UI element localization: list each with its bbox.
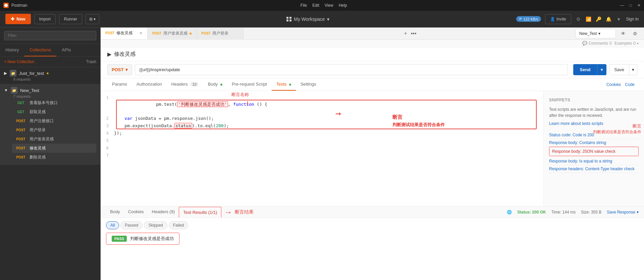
- tab-pre-request[interactable]: Pre-request Script: [227, 78, 272, 91]
- menu-view[interactable]: View: [325, 3, 333, 8]
- globe-icon[interactable]: 🌐: [507, 210, 512, 215]
- filter-failed[interactable]: Failed: [169, 221, 189, 229]
- resp-tab-test-results[interactable]: Test Results (1/1): [179, 207, 221, 218]
- tab-close-button[interactable]: ✕: [139, 31, 143, 36]
- tab-headers[interactable]: Headers 10: [167, 78, 203, 91]
- invite-icon: 👤: [550, 17, 555, 21]
- code-link[interactable]: Code: [625, 82, 635, 87]
- save-response-button[interactable]: Save Response ▾: [607, 210, 639, 215]
- tests-area: 断言名称 ↓ → 1 pm.test('判断修改灵感是否成功', functi: [101, 91, 644, 206]
- resp-tab-cookies[interactable]: Cookies: [124, 206, 148, 218]
- collection-just-for-test[interactable]: ▶ 📁 Just_for_test ★ 8 requests: [0, 67, 100, 84]
- filter-passed[interactable]: Passed: [120, 221, 143, 229]
- new-button[interactable]: ✚ New: [5, 14, 31, 24]
- filter-skipped[interactable]: Skipped: [144, 221, 167, 229]
- sidebar-tab-history[interactable]: History: [0, 44, 24, 56]
- menu-help[interactable]: Help: [339, 3, 347, 8]
- code-editor[interactable]: 断言名称 ↓ → 1 pm.test('判断修改灵感是否成功', functi: [101, 91, 543, 206]
- request-item-2[interactable]: POST 用户注册接口: [12, 116, 96, 126]
- request-item-3[interactable]: POST 用户登录: [12, 126, 96, 135]
- request-name-2: 用户注册接口: [30, 118, 54, 124]
- settings-icon[interactable]: ⚙: [575, 16, 582, 22]
- snippets-title: SNIPPETS: [549, 98, 639, 102]
- send-dropdown-button[interactable]: ▾: [597, 64, 606, 75]
- request-item-4[interactable]: POST 用户发表灵感: [12, 135, 96, 144]
- resp-tab-headers[interactable]: Headers (9): [148, 206, 179, 218]
- workspace-label: My Workspace: [294, 16, 325, 22]
- menu-edit[interactable]: Edit: [312, 3, 319, 8]
- sign-in-button[interactable]: Sign In: [626, 17, 639, 21]
- request-item-0[interactable]: GET 查看版本号接口: [12, 98, 96, 107]
- method-label: POST: [112, 67, 123, 72]
- tab-body[interactable]: Body: [203, 78, 227, 91]
- network-indicator: ⟳ 122 KB/s: [516, 16, 541, 22]
- snippet-equal-string[interactable]: Response body: Is equal to a string: [549, 157, 639, 165]
- layout-button[interactable]: ⊞ ▾: [86, 14, 99, 24]
- send-button-group: Send ▾: [573, 64, 607, 75]
- key-icon[interactable]: 🔑: [595, 16, 602, 22]
- tab-yonghu-denglu[interactable]: POST 用户登录: [197, 28, 244, 39]
- body-label: Body: [208, 82, 218, 87]
- tab-xiugailing[interactable]: POST 修改灵感 ✕: [101, 28, 148, 39]
- tab-authorization[interactable]: Authorization: [132, 78, 167, 91]
- trash-button[interactable]: Trash: [86, 59, 96, 64]
- send-button[interactable]: Send: [573, 64, 597, 75]
- close-button[interactable]: ✕: [637, 3, 641, 8]
- snippet-contains-string[interactable]: Response body: Contains string: [549, 139, 639, 147]
- examples-button[interactable]: Examples 0 ▾: [614, 41, 639, 46]
- response-content: All Passed Skipped Failed PASS 判断修改灵感是否成…: [101, 218, 644, 280]
- resp-tab-body[interactable]: Body: [106, 206, 124, 218]
- maximize-button[interactable]: □: [630, 3, 632, 8]
- eye-icon[interactable]: 👁: [619, 29, 628, 38]
- tab-fabiaoligan[interactable]: POST 用户发表灵感: [148, 28, 197, 39]
- save-button[interactable]: Save: [609, 64, 629, 75]
- star-icon: ★: [46, 71, 49, 76]
- sidebar-tab-collections[interactable]: Collections: [24, 44, 56, 56]
- sidebar-tab-apis[interactable]: APIs: [56, 44, 76, 56]
- method-badge-post-2: POST: [15, 119, 27, 123]
- tabs-bar: POST 修改灵感 ✕ POST 用户发表灵感 POST 用户登录 ＋ •••: [101, 28, 644, 40]
- runner-button[interactable]: Runner: [59, 14, 82, 24]
- snippet-content-type[interactable]: Response headers: Content-Type header ch…: [549, 165, 639, 173]
- title-bar: Postman File Edit View Help — □ ✕: [0, 0, 644, 11]
- wifi-icon[interactable]: 📶: [585, 16, 592, 22]
- tab-params[interactable]: Params: [107, 78, 132, 91]
- more-tabs-button[interactable]: •••: [411, 31, 417, 37]
- line-content-4: });: [114, 129, 543, 137]
- collection-requests-count: 8 requests: [13, 77, 96, 81]
- new-label: New: [16, 16, 25, 21]
- tab-name-fabiao: 用户发表灵感: [163, 31, 187, 36]
- menu-file[interactable]: File: [301, 3, 307, 8]
- method-selector[interactable]: POST ▾: [107, 64, 132, 75]
- bell-icon[interactable]: 🔔: [605, 16, 612, 22]
- heart-icon[interactable]: ♥: [615, 16, 622, 22]
- tab-tests[interactable]: Tests: [272, 78, 296, 91]
- gear-icon[interactable]: ⚙: [631, 29, 640, 38]
- snippet-json-check[interactable]: Response body: JSON value check: [549, 147, 639, 156]
- collection-new-test[interactable]: ▼ 📁 New_Test 7 requests GET 查看版本号接口 GET …: [0, 84, 100, 165]
- save-dropdown-button[interactable]: ▾: [629, 64, 637, 75]
- line-number-6: 6: [101, 144, 114, 151]
- new-collection-button[interactable]: + New Collection: [4, 59, 34, 64]
- invite-button[interactable]: 👤 Invite: [545, 14, 571, 24]
- search-input[interactable]: [4, 31, 96, 40]
- tabs-actions: ＋ •••: [399, 30, 420, 37]
- workspace-selector[interactable]: My Workspace ▾: [286, 16, 329, 22]
- comments-button[interactable]: 💬 Comments 0: [582, 41, 612, 46]
- request-item-6[interactable]: POST 删除灵感: [12, 153, 96, 162]
- toolbar-center: My Workspace ▾: [286, 16, 329, 22]
- import-button[interactable]: Import: [34, 14, 56, 24]
- url-input[interactable]: [135, 64, 568, 75]
- cookies-link[interactable]: Cookies: [606, 82, 621, 87]
- method-badge-post-4: POST: [15, 137, 27, 141]
- request-item-1[interactable]: GET 获取灵感: [12, 107, 96, 116]
- request-item-5-active[interactable]: POST 修改灵感: [12, 144, 96, 153]
- add-tab-button[interactable]: ＋: [403, 30, 408, 37]
- save-button-group: Save ▾: [609, 64, 637, 75]
- filter-all[interactable]: All: [106, 221, 119, 229]
- window-controls: — □ ✕: [620, 3, 641, 8]
- tab-settings[interactable]: Settings: [296, 78, 321, 91]
- plus-icon: ✚: [11, 16, 14, 21]
- environment-selector[interactable]: New_Test ▾: [576, 29, 616, 38]
- minimize-button[interactable]: —: [620, 3, 624, 8]
